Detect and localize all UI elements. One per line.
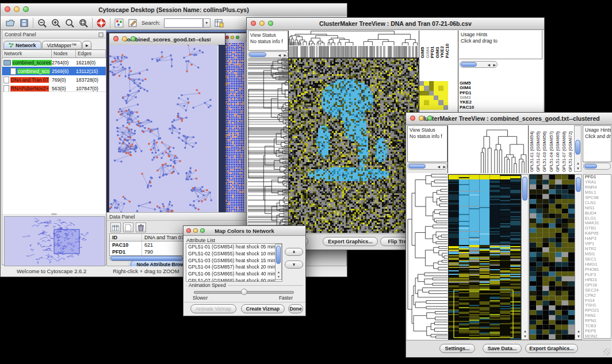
network-canvas[interactable] — [109, 45, 217, 212]
matrix-cell[interactable] — [429, 86, 434, 90]
genes-vscrollbar[interactable]: ▲ ▼ — [575, 174, 582, 340]
network-row[interactable]: combined_sco2569(6)13112(15) — [2, 67, 106, 75]
col-labels-vscrollbar[interactable]: ▲ ▼ — [574, 125, 582, 172]
matrix-cell[interactable] — [419, 95, 424, 100]
dendro-hscrollbar[interactable]: ◀ ▶ — [248, 51, 288, 58]
splitter-handle[interactable] — [3, 213, 105, 216]
matrix-cell[interactable] — [438, 95, 443, 100]
open-session-button[interactable] — [5, 18, 16, 28]
matrix-cell[interactable] — [434, 95, 438, 100]
attribute-item[interactable]: GPL51-02 (GSM855) heat shock 10 min — [186, 251, 282, 258]
minimize-button[interactable] — [14, 6, 20, 12]
attribute-table-icon[interactable] — [214, 18, 224, 28]
main-title-bar[interactable]: Cytoscape Desktop (Session Name: collins… — [1, 3, 347, 17]
resize-grip[interactable] — [603, 348, 610, 355]
float-panel-icon[interactable] — [98, 29, 104, 40]
matrix-cell[interactable] — [419, 81, 424, 86]
tab-network[interactable]: Network — [3, 41, 41, 49]
matrix-cell[interactable] — [434, 105, 438, 110]
column-label[interactable]: PFD1 — [430, 32, 435, 58]
network-row[interactable]: combined_scores2764(0)16218(0) — [2, 58, 106, 67]
matrix-cell[interactable] — [434, 86, 438, 90]
matrix-cell[interactable] — [419, 105, 424, 110]
matrix-cell[interactable] — [443, 105, 448, 110]
network-navigator-canvas[interactable] — [4, 216, 105, 266]
search-dropdown-button[interactable]: ▼ — [203, 18, 211, 28]
dendro-hscrollbar[interactable]: ◀ ▶ — [407, 163, 447, 170]
minimize-button[interactable] — [122, 36, 127, 41]
matrix-cell[interactable] — [424, 105, 429, 110]
attribute-item[interactable]: GPL51-06 (GSM865) heat shock 40 min — [186, 271, 282, 278]
grid-network-canvas[interactable] — [224, 41, 246, 212]
matrix-cell[interactable] — [438, 86, 443, 90]
matrix-cell[interactable] — [438, 91, 443, 95]
attribute-item[interactable]: GPL51-03 (GSM856) heat shock 15 min — [186, 258, 282, 265]
export-graphics-button[interactable]: Export Graphics... — [525, 344, 578, 353]
zoom-window-button[interactable] — [131, 36, 136, 41]
matrix-cell[interactable] — [438, 81, 443, 86]
search-input[interactable] — [164, 18, 203, 28]
heatmap-vscrollbar[interactable]: ▲ ▼ — [521, 174, 529, 340]
zoom-out-icon[interactable] — [37, 18, 47, 28]
row-dendrogram-canvas[interactable] — [248, 58, 288, 232]
column-label[interactable]: GPL51-08 (GSM872) — [568, 126, 574, 172]
matrix-cell[interactable] — [438, 105, 443, 110]
matrix-cell[interactable] — [419, 86, 424, 90]
move-down-button[interactable]: ∨ — [285, 260, 303, 269]
matrix-cell[interactable] — [443, 100, 448, 105]
matrix-cell[interactable] — [434, 100, 438, 105]
matrix-cell[interactable] — [438, 100, 443, 105]
data-column-id[interactable]: ID — [110, 234, 142, 241]
help-lifebuoy-icon[interactable] — [96, 18, 106, 28]
zoom-window-button[interactable] — [427, 116, 433, 121]
row-label[interactable]: PAC10 — [460, 105, 474, 110]
zoom-window-button[interactable] — [268, 21, 273, 26]
attribute-list-vscrollbar[interactable]: ▲ ▼ — [275, 244, 282, 280]
move-up-button[interactable]: ∧ — [285, 248, 303, 256]
matrix-cell[interactable] — [419, 91, 424, 95]
column-label[interactable]: GPL51-04 (GSM857) — [549, 126, 555, 172]
matrix-cell[interactable] — [429, 100, 434, 105]
column-label[interactable]: GIM5 — [420, 32, 425, 58]
matrix-cell[interactable] — [419, 100, 424, 105]
done-button[interactable]: Done — [288, 304, 303, 313]
speed-slider[interactable] — [194, 291, 294, 294]
new-attribute-icon[interactable] — [123, 223, 133, 232]
close-button[interactable] — [5, 6, 10, 12]
labels-hscrollbar[interactable]: ◀ ▶ — [460, 61, 498, 68]
close-button[interactable] — [186, 228, 191, 233]
column-dendrogram-canvas[interactable] — [447, 125, 529, 173]
zoom-window-button[interactable] — [200, 228, 205, 233]
animate-vizmap-button[interactable]: Animate Vizmap — [190, 304, 236, 313]
treeview-combined-title-bar[interactable]: ClusterMaker TreeView : combined_scores_… — [406, 113, 612, 125]
column-label[interactable]: GPL51-02 (GSM855) — [536, 126, 542, 172]
slider-thumb[interactable] — [241, 289, 247, 295]
vizmapper-icon[interactable] — [114, 18, 124, 28]
dialog-title-bar[interactable]: Map Colors to Network — [183, 226, 305, 236]
column-label[interactable]: YKE2 — [439, 32, 445, 58]
close-button[interactable] — [410, 116, 415, 121]
column-label[interactable]: GPL51-01 (GSM854) — [529, 126, 536, 172]
column-dendrogram-canvas[interactable] — [288, 30, 419, 58]
heatmap-canvas[interactable] — [288, 58, 419, 233]
close-button[interactable] — [251, 21, 256, 26]
column-header-network[interactable]: Network — [2, 50, 52, 58]
settings-button[interactable]: Settings... — [439, 344, 475, 353]
row-dendrogram-canvas[interactable] — [407, 173, 447, 340]
matrix-cell[interactable] — [424, 86, 429, 90]
matrix-cell[interactable] — [429, 91, 434, 95]
select-attributes-icon[interactable] — [110, 223, 121, 232]
treeview-dna-title-bar[interactable]: ClusterMaker TreeView : DNA and Tran 07-… — [247, 18, 544, 30]
gene-label[interactable]: MON2 — [585, 334, 611, 339]
zoom-fit-icon[interactable] — [78, 18, 89, 28]
minimize-button[interactable] — [231, 36, 234, 39]
close-button[interactable] — [113, 36, 118, 41]
matrix-cell[interactable] — [424, 100, 429, 105]
matrix-cell[interactable] — [424, 95, 429, 100]
save-session-button[interactable] — [19, 18, 29, 28]
annotation-icon[interactable] — [128, 18, 138, 28]
zoom-in-icon[interactable] — [51, 18, 61, 28]
matrix-cell[interactable] — [429, 81, 434, 86]
matrix-cell[interactable] — [443, 86, 448, 90]
tab-vizmapper[interactable]: VizMapper™ — [42, 41, 82, 49]
